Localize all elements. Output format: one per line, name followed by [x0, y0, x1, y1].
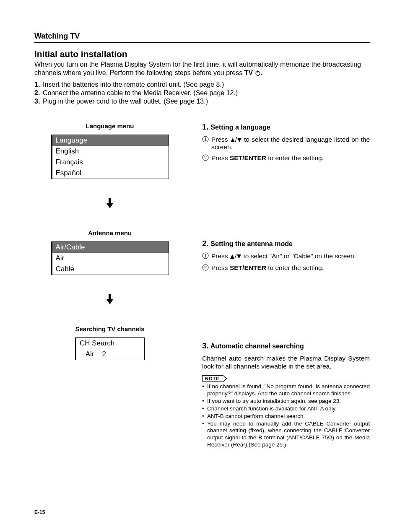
down-triangle-icon	[236, 254, 242, 259]
note-text: You may need to manually add the CABLE C…	[207, 420, 370, 449]
search-item: Air 2	[75, 349, 144, 360]
note-text: ANT-B cannot perform channel search.	[207, 413, 305, 420]
step1-title: 1. Setting a language	[202, 122, 370, 132]
intro-tv: TV	[244, 69, 253, 76]
search-menu: CH Search Air 2	[75, 337, 145, 360]
step1-sub2-text: Press SET/ENTER to enter the setting.	[211, 154, 370, 162]
step1-sub2-a: Press	[211, 154, 230, 161]
section-header: Watching TV	[34, 32, 370, 41]
step2-sub1-b: to select "Air" or "Cable" on the screen…	[242, 252, 356, 260]
step3-title: 3. Automatic channel searching	[202, 341, 370, 350]
section-rule	[34, 42, 370, 43]
svg-text:2: 2	[204, 265, 207, 270]
step2-sub2: 2 Press SET/ENTER to enter the setting.	[202, 264, 370, 272]
antenna-menu-label: Antenna menu	[34, 229, 185, 236]
antenna-menu: Air/Cable Air Cable	[51, 241, 169, 275]
circled-2-icon: 2	[202, 264, 209, 272]
language-item-english: English	[51, 146, 169, 157]
antenna-menu-header: Air/Cable	[51, 242, 169, 253]
step1-sub2-c: to enter the setting.	[266, 154, 324, 161]
main-columns: Language menu Language English Français …	[34, 122, 370, 449]
step1-num: 1.	[202, 122, 209, 131]
bullet-icon: •	[202, 420, 207, 449]
svg-rect-4	[109, 294, 111, 300]
step2-num: 2.	[202, 239, 209, 248]
pre-step-2-t: Connect the antenna cable to the Media R…	[43, 89, 238, 96]
circled-1-icon: 1	[202, 136, 209, 144]
note-text: Channel search function is available for…	[207, 405, 337, 413]
svg-marker-3	[106, 203, 113, 208]
down-arrow-icon	[106, 198, 114, 209]
note-item: •If you want to try auto installation ag…	[202, 398, 370, 405]
step1-sub1-a: Press	[211, 136, 230, 143]
bullet-icon: •	[202, 383, 207, 397]
pre-steps: 1.Insert the batteries into the remote c…	[34, 80, 370, 106]
note-label: NOTE	[202, 375, 223, 381]
step2-sub1-a: Press	[211, 252, 230, 260]
left-column: Language menu Language English Français …	[34, 122, 185, 449]
language-item-francais: Français	[51, 157, 169, 168]
pre-step-2-n: 2.	[34, 89, 43, 97]
circled-2-icon: 2	[202, 154, 209, 163]
step2-sub2-c: to enter the setting.	[266, 264, 324, 271]
language-menu-label: Language menu	[34, 122, 185, 130]
language-menu-header: Language	[51, 135, 169, 146]
step2-label: Setting the antenna mode	[210, 240, 293, 247]
note-item: •If no channel is found, "No program fou…	[202, 383, 370, 397]
pre-step-3-t: Plug in the power cord to the wall outle…	[43, 98, 208, 105]
intro-paragraph: When you turn on the Plasma Display Syst…	[34, 60, 370, 78]
pre-step-3-n: 3.	[34, 97, 43, 106]
bullet-icon: •	[202, 413, 207, 420]
note-text: If you want to try auto installation aga…	[207, 398, 341, 405]
bullet-icon: •	[202, 398, 207, 405]
svg-marker-14	[230, 254, 234, 259]
note-item: •ANT-B cannot perform channel search.	[202, 413, 370, 420]
note-item: •Channel search function is available fo…	[202, 405, 370, 413]
step2-sub2-text: Press SET/ENTER to enter the setting.	[211, 264, 370, 272]
pre-step-2: 2.Connect the antenna cable to the Media…	[34, 89, 370, 97]
step2-sub2-a: Press	[211, 264, 230, 271]
search-menu-header: CH Search	[75, 338, 144, 349]
step3-label: Automatic channel searching	[210, 343, 304, 350]
right-column: 1. Setting a language 1 Press / to selec…	[185, 122, 370, 449]
svg-text:1: 1	[204, 253, 207, 258]
page-title: Initial auto installation	[34, 49, 370, 59]
step2-sub2-b: SET/ENTER	[230, 264, 266, 271]
step3-para: Channel auto search makes the Plasma Dis…	[202, 355, 370, 370]
antenna-item-air: Air	[51, 253, 169, 264]
svg-marker-9	[237, 138, 242, 142]
pre-step-1-t: Insert the batteries into the remote con…	[43, 81, 224, 88]
bullet-icon: •	[202, 405, 207, 413]
svg-text:1: 1	[204, 137, 207, 142]
svg-rect-2	[109, 198, 111, 204]
flow-arrow-1	[34, 198, 185, 210]
language-menu: Language English Français Español	[51, 135, 169, 179]
step1-label: Setting a language	[210, 124, 270, 131]
step2-sub1-text: Press / to select "Air" or "Cable" on th…	[211, 252, 370, 260]
antenna-item-cable: Cable	[51, 264, 169, 275]
intro-text-a: When you turn on the Plasma Display Syst…	[34, 61, 361, 76]
down-triangle-icon	[237, 138, 242, 142]
pre-step-3: 3.Plug in the power cord to the wall out…	[34, 97, 370, 106]
svg-text:2: 2	[204, 155, 207, 160]
step2-title: 2. Setting the antenna mode	[202, 239, 370, 248]
step1-sub1-text: Press / to select the desired language l…	[211, 136, 370, 151]
page: Watching TV Initial auto installation Wh…	[0, 0, 400, 532]
language-item-espanol: Español	[51, 168, 169, 179]
flow-arrow-2	[34, 294, 185, 306]
pre-step-1: 1.Insert the batteries into the remote c…	[34, 80, 370, 89]
step1-sub1: 1 Press / to select the desired language…	[202, 136, 370, 151]
note-list: •If no channel is found, "No program fou…	[202, 383, 370, 449]
step1-sub1-b: to select the desired language listed on…	[211, 136, 370, 151]
circled-1-icon: 1	[202, 252, 209, 261]
intro-text-b: .	[261, 69, 262, 76]
search-menu-label: Searching TV channels	[34, 325, 185, 332]
step1-sub2: 2 Press SET/ENTER to enter the setting.	[202, 154, 370, 163]
up-triangle-icon	[230, 138, 235, 142]
svg-marker-15	[237, 254, 241, 259]
up-triangle-icon	[230, 254, 235, 259]
svg-marker-8	[231, 138, 235, 142]
pre-step-1-n: 1.	[34, 80, 43, 89]
page-number: E-15	[34, 509, 45, 515]
note-item: •You may need to manually add the CABLE …	[202, 420, 370, 449]
